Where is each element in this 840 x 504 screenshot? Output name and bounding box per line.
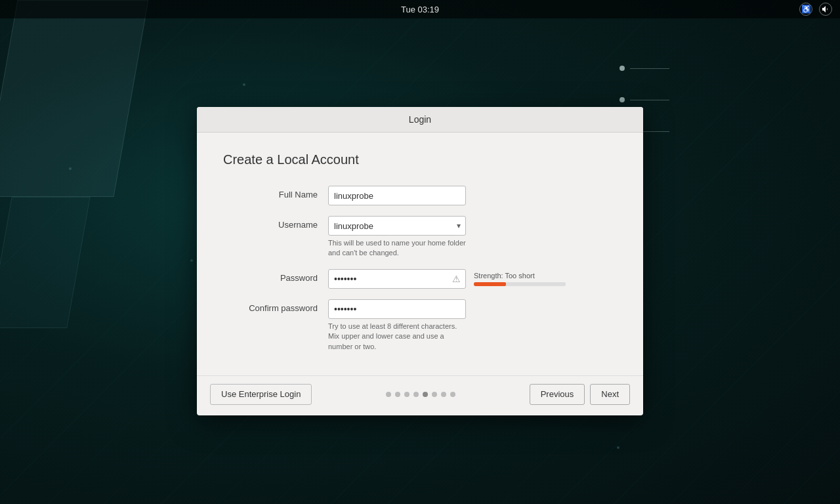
- strength-bar-container: [474, 282, 566, 286]
- strength-section: Strength: Too short: [474, 272, 566, 286]
- password-row: Password ⚠ Strength: Too short: [223, 269, 617, 289]
- accessibility-icon[interactable]: ♿: [799, 3, 812, 16]
- password-field: ⚠ Strength: Too short: [328, 269, 617, 289]
- sound-icon[interactable]: [819, 3, 832, 16]
- next-button[interactable]: Next: [590, 384, 630, 405]
- confirm-password-row: Confirm password Try to use at least 8 d…: [223, 299, 617, 352]
- progress-dot-4: [413, 392, 419, 397]
- username-field: linuxprobe ▾ This will be used to name y…: [328, 216, 617, 259]
- password-wrapper: ⚠: [328, 269, 466, 289]
- strength-label: Strength: Too short: [474, 272, 566, 280]
- sound-svg: [822, 5, 830, 13]
- dialog-body: Create a Local Account Full Name Usernam…: [197, 133, 643, 375]
- confirm-password-wrapper: [328, 299, 466, 319]
- username-select[interactable]: linuxprobe: [328, 216, 466, 236]
- password-input[interactable]: [328, 269, 466, 289]
- full-name-row: Full Name: [223, 186, 617, 205]
- progress-dot-2: [395, 392, 400, 397]
- username-wrapper: linuxprobe ▾: [328, 216, 466, 236]
- dialog-footer: Use Enterprise Login Previous Next: [197, 375, 643, 415]
- progress-dots: [386, 392, 455, 397]
- full-name-label: Full Name: [223, 186, 328, 200]
- username-row: Username linuxprobe ▾ This will be used …: [223, 216, 617, 259]
- warning-icon: ⚠: [452, 274, 461, 284]
- topbar: Tue 03:19 ♿: [0, 0, 840, 18]
- progress-dot-6: [432, 392, 437, 397]
- datetime-label: Tue 03:19: [401, 5, 439, 14]
- enterprise-login-button[interactable]: Use Enterprise Login: [210, 384, 312, 405]
- dialog-overlay: Login Create a Local Account Full Name U…: [0, 0, 840, 504]
- progress-dot-3: [404, 392, 410, 397]
- progress-dot-7: [441, 392, 446, 397]
- progress-dot-1: [386, 392, 391, 397]
- password-label: Password: [223, 269, 328, 283]
- dialog-title-bar: Login: [197, 107, 643, 133]
- username-label: Username: [223, 216, 328, 230]
- progress-dot-5: [423, 392, 428, 397]
- confirm-password-label: Confirm password: [223, 299, 328, 313]
- previous-button[interactable]: Previous: [530, 384, 585, 405]
- section-title: Create a Local Account: [223, 152, 617, 167]
- full-name-input[interactable]: [328, 186, 466, 205]
- login-dialog: Login Create a Local Account Full Name U…: [197, 107, 643, 415]
- password-row-inner: ⚠ Strength: Too short: [328, 269, 617, 289]
- topbar-icons: ♿: [799, 3, 832, 16]
- confirm-password-field: Try to use at least 8 different characte…: [328, 299, 617, 352]
- dialog-title: Login: [409, 114, 431, 125]
- progress-dot-8: [450, 392, 455, 397]
- nav-buttons: Previous Next: [530, 384, 630, 405]
- username-hint: This will be used to name your home fold…: [328, 238, 466, 259]
- full-name-field: [328, 186, 617, 205]
- strength-bar-fill: [474, 282, 506, 286]
- confirm-password-input[interactable]: [328, 299, 466, 319]
- confirm-password-hint: Try to use at least 8 different characte…: [328, 322, 466, 352]
